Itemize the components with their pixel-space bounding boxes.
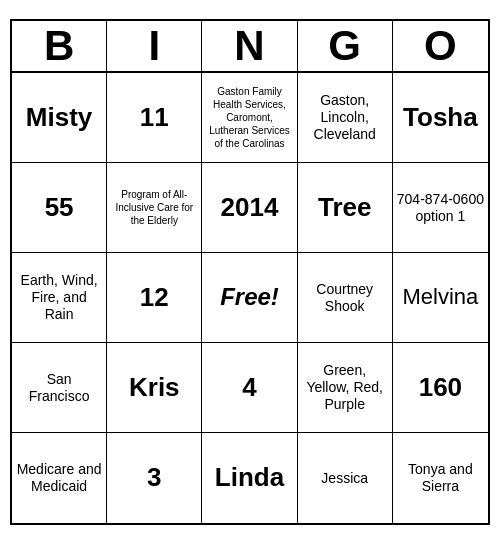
cell-text-3: Gaston, Lincoln, Cleveland (302, 92, 388, 142)
cell-text-22: Linda (215, 462, 284, 493)
bingo-cell-6: Program of All-Inclusive Care for the El… (107, 163, 202, 253)
header-letter-g: G (298, 21, 393, 71)
bingo-cell-0: Misty (12, 73, 107, 163)
bingo-grid: Misty11Gaston Family Health Services, Ca… (12, 73, 488, 523)
bingo-cell-8: Tree (298, 163, 393, 253)
bingo-cell-20: Medicare and Medicaid (12, 433, 107, 523)
cell-text-24: Tonya and Sierra (397, 461, 484, 495)
bingo-cell-7: 2014 (202, 163, 297, 253)
header-letter-i: I (107, 21, 202, 71)
bingo-cell-23: Jessica (298, 433, 393, 523)
bingo-cell-16: Kris (107, 343, 202, 433)
cell-text-12: Free! (220, 283, 279, 312)
bingo-cell-21: 3 (107, 433, 202, 523)
header-letter-n: N (202, 21, 297, 71)
bingo-cell-4: Tosha (393, 73, 488, 163)
cell-text-6: Program of All-Inclusive Care for the El… (111, 188, 197, 227)
cell-text-18: Green, Yellow, Red, Purple (302, 362, 388, 412)
cell-text-13: Courtney Shook (302, 281, 388, 315)
bingo-cell-13: Courtney Shook (298, 253, 393, 343)
bingo-cell-9: 704-874-0600 option 1 (393, 163, 488, 253)
cell-text-8: Tree (318, 192, 372, 223)
bingo-cell-1: 11 (107, 73, 202, 163)
bingo-cell-19: 160 (393, 343, 488, 433)
bingo-cell-5: 55 (12, 163, 107, 253)
cell-text-11: 12 (140, 282, 169, 313)
cell-text-23: Jessica (321, 470, 368, 487)
bingo-cell-22: Linda (202, 433, 297, 523)
bingo-cell-14: Melvina (393, 253, 488, 343)
bingo-header: BINGO (12, 21, 488, 73)
cell-text-15: San Francisco (16, 371, 102, 405)
cell-text-17: 4 (242, 372, 256, 403)
cell-text-9: 704-874-0600 option 1 (397, 191, 484, 225)
bingo-cell-24: Tonya and Sierra (393, 433, 488, 523)
bingo-card: BINGO Misty11Gaston Family Health Servic… (10, 19, 490, 525)
header-letter-o: O (393, 21, 488, 71)
bingo-cell-12: Free! (202, 253, 297, 343)
cell-text-14: Melvina (402, 284, 478, 310)
cell-text-20: Medicare and Medicaid (16, 461, 102, 495)
cell-text-1: 11 (140, 102, 169, 133)
bingo-cell-15: San Francisco (12, 343, 107, 433)
bingo-cell-2: Gaston Family Health Services, Caromont,… (202, 73, 297, 163)
bingo-cell-11: 12 (107, 253, 202, 343)
bingo-cell-10: Earth, Wind, Fire, and Rain (12, 253, 107, 343)
cell-text-7: 2014 (221, 192, 279, 223)
bingo-cell-17: 4 (202, 343, 297, 433)
cell-text-10: Earth, Wind, Fire, and Rain (16, 272, 102, 322)
cell-text-2: Gaston Family Health Services, Caromont,… (206, 85, 292, 150)
cell-text-4: Tosha (403, 102, 478, 133)
bingo-cell-18: Green, Yellow, Red, Purple (298, 343, 393, 433)
cell-text-5: 55 (45, 192, 74, 223)
header-letter-b: B (12, 21, 107, 71)
bingo-cell-3: Gaston, Lincoln, Cleveland (298, 73, 393, 163)
cell-text-16: Kris (129, 372, 180, 403)
cell-text-0: Misty (26, 102, 92, 133)
cell-text-21: 3 (147, 462, 161, 493)
cell-text-19: 160 (419, 372, 462, 403)
